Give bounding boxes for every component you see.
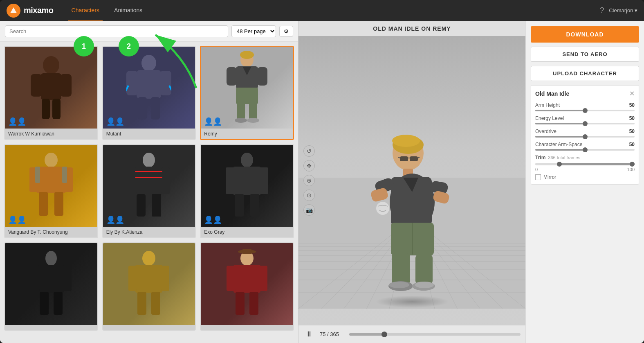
svg-rect-22 xyxy=(257,67,267,86)
svg-point-27 xyxy=(247,118,259,123)
gold-figure xyxy=(126,249,171,319)
svg-point-26 xyxy=(235,118,247,123)
svg-rect-41 xyxy=(152,194,161,217)
energy-level-label: Energy Level xyxy=(535,115,564,121)
camera-button[interactable]: 📷 xyxy=(303,204,315,216)
people-icon-mutant: 👤👤 xyxy=(106,117,124,126)
characters-tab[interactable]: Characters xyxy=(68,0,103,21)
search-input[interactable] xyxy=(5,25,228,37)
svg-point-44 xyxy=(241,153,253,167)
viewport-area: OLD MAN IDLE ON REMY xyxy=(298,21,525,343)
character-name-exo: Exo Gray xyxy=(201,227,293,237)
svg-rect-40 xyxy=(137,194,146,217)
character-name-mutant: Mutant xyxy=(103,129,195,139)
svg-rect-5 xyxy=(42,99,50,119)
per-page-select[interactable]: 48 Per page xyxy=(231,25,276,37)
svg-rect-6 xyxy=(52,99,61,119)
trim-range[interactable] xyxy=(535,163,635,165)
energy-level-value: 50 xyxy=(629,115,635,121)
character-card-remy[interactable]: 👤👤 Remy xyxy=(200,46,294,140)
download-button[interactable]: DOWNLOAD xyxy=(531,26,639,43)
timeline-track[interactable] xyxy=(349,333,521,336)
left-panel: 48 Per page ⚙ xyxy=(0,21,298,343)
character-image-gold xyxy=(103,243,195,325)
character-card-mutant[interactable]: 👤👤 Mutant xyxy=(102,46,196,140)
playback-bar: ⏸ 75 / 365 xyxy=(298,325,525,343)
timeline-thumb[interactable] xyxy=(381,332,387,337)
tutorial-badge-2[interactable]: 2 xyxy=(119,36,139,56)
svg-point-106 xyxy=(376,202,389,215)
character-image-vanguard: 👤👤 xyxy=(5,145,97,227)
param-overdrive: Overdrive 50 xyxy=(535,129,635,138)
vanguard-figure xyxy=(29,151,74,221)
svg-rect-109 xyxy=(392,253,410,284)
trim-total-frames: 366 total frames xyxy=(548,155,580,160)
energy-level-slider[interactable] xyxy=(535,123,635,124)
arm-height-slider[interactable] xyxy=(535,110,635,111)
character-name-red xyxy=(201,325,293,330)
rotate-button[interactable]: ↺ xyxy=(303,145,315,157)
svg-rect-38 xyxy=(128,167,137,194)
viewport-3d[interactable]: ↺ ✥ ⊕ ⊙ 📷 xyxy=(298,36,525,325)
svg-point-92 xyxy=(392,135,420,147)
character-card-exo[interactable]: 👤👤 Exo Gray xyxy=(200,144,294,238)
upload-character-button[interactable]: UPLOAD CHARACTER xyxy=(531,66,639,81)
svg-rect-46 xyxy=(226,167,235,194)
arm-height-value: 50 xyxy=(629,102,635,108)
character-card-warrok[interactable]: 👤👤 Warrok W Kurniawan xyxy=(4,46,98,140)
svg-point-1 xyxy=(43,56,59,74)
svg-rect-13 xyxy=(138,97,147,120)
right-panel: DOWNLOAD SEND TO AERO UPLOAD CHARACTER O… xyxy=(525,21,644,343)
svg-rect-53 xyxy=(63,266,72,291)
character-card-vanguard[interactable]: 👤👤 Vanguard By T. Choonyung xyxy=(4,144,98,238)
send-to-aero-button[interactable]: SEND TO AERO xyxy=(531,47,639,62)
people-icon-vanguard: 👤👤 xyxy=(8,215,26,224)
gear-button[interactable]: ⚙ xyxy=(279,26,293,37)
svg-rect-39 xyxy=(161,167,170,194)
close-animation-button[interactable]: ✕ xyxy=(629,90,635,97)
character-image-remy: 👤👤 xyxy=(201,47,293,129)
top-navigation: mixamo Characters Animations ? Clemarjon… xyxy=(0,0,644,21)
main-layout: 48 Per page ⚙ xyxy=(0,21,644,343)
character-arm-space-slider[interactable] xyxy=(535,149,635,151)
reset-button[interactable]: ⊙ xyxy=(303,190,315,201)
trim-thumb-right[interactable] xyxy=(630,162,635,167)
character-card-dark[interactable] xyxy=(4,242,98,331)
help-button[interactable]: ? xyxy=(600,6,604,15)
svg-point-112 xyxy=(389,282,409,288)
user-menu[interactable]: Clemarjon ▾ xyxy=(609,7,637,14)
svg-point-36 xyxy=(143,153,155,167)
svg-rect-11 xyxy=(126,71,138,95)
character-card-ely[interactable]: 👤👤 Ely By K.Atienza xyxy=(102,144,196,238)
character-image-warrok: 👤👤 xyxy=(5,47,97,129)
svg-point-9 xyxy=(141,55,156,71)
overdrive-slider[interactable] xyxy=(535,136,635,138)
pause-button[interactable]: ⏸ xyxy=(303,329,315,340)
svg-rect-52 xyxy=(31,266,40,291)
character-card-gold[interactable] xyxy=(102,242,196,331)
svg-rect-58 xyxy=(135,265,162,293)
svg-point-50 xyxy=(45,251,57,266)
timeline-progress xyxy=(349,333,384,336)
svg-rect-59 xyxy=(128,266,137,291)
mirror-checkbox[interactable] xyxy=(535,174,541,180)
overdrive-label: Overdrive xyxy=(535,129,556,134)
svg-rect-35 xyxy=(62,167,67,183)
dark-figure xyxy=(29,249,74,319)
character-image-exo: 👤👤 xyxy=(201,145,293,227)
zoom-button[interactable]: ⊕ xyxy=(303,175,315,186)
tutorial-badge-1[interactable]: 1 xyxy=(74,36,94,56)
svg-rect-62 xyxy=(151,292,160,315)
svg-rect-37 xyxy=(135,167,162,195)
svg-rect-3 xyxy=(31,74,42,97)
svg-point-56 xyxy=(142,251,155,266)
pan-button[interactable]: ✥ xyxy=(303,160,315,172)
trim-thumb-left[interactable] xyxy=(557,162,562,167)
animations-tab[interactable]: Animations xyxy=(111,0,146,21)
logo-text: mixamo xyxy=(24,6,54,15)
mirror-row: Mirror xyxy=(535,174,635,180)
character-card-red[interactable] xyxy=(200,242,294,331)
svg-rect-48 xyxy=(235,194,244,217)
svg-rect-110 xyxy=(415,255,433,284)
trim-start: 0 xyxy=(535,167,538,172)
